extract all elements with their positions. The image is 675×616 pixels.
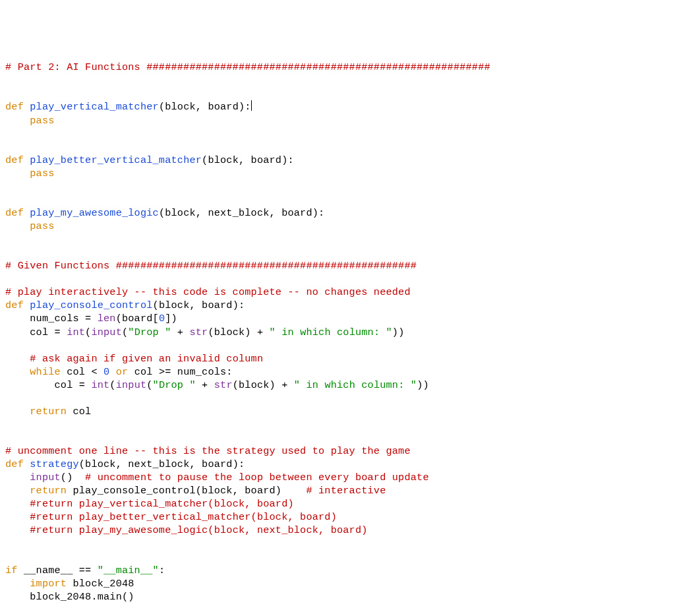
- code-text: )): [392, 326, 405, 338]
- code-text: play_console_control(block, board): [67, 485, 306, 497]
- keyword-return: return: [30, 485, 67, 497]
- params: (block, board):: [159, 101, 251, 113]
- code-text: block_2048.main(): [5, 591, 134, 603]
- code-text: +: [196, 379, 214, 391]
- comment-inline: # interactive: [306, 485, 386, 497]
- code-text: (: [146, 379, 152, 391]
- code-text: col =: [5, 326, 67, 338]
- code-text: col =: [5, 379, 91, 391]
- string-literal: "Drop ": [153, 379, 196, 391]
- code-text: (: [122, 326, 128, 338]
- code-text: num_cols =: [5, 313, 98, 324]
- keyword-if: if: [5, 565, 18, 576]
- code-text: )): [417, 379, 429, 391]
- func-name: play_my_awesome_logic: [30, 207, 159, 219]
- comment-return-opt3: #return play_my_awesome_logic(block, nex…: [30, 524, 367, 536]
- func-name: play_vertical_matcher: [30, 101, 159, 113]
- params: (block, next_block, board):: [159, 207, 324, 219]
- string-literal: "__main__": [98, 565, 159, 576]
- params: (block, board):: [202, 154, 294, 166]
- code-text: col >= num_cols:: [128, 366, 232, 378]
- builtin-int: int: [67, 326, 85, 338]
- comment-play-interactively: # play interactively -- this code is com…: [5, 286, 411, 298]
- comment-part2-header: # Part 2: AI Functions #################…: [5, 61, 490, 73]
- keyword-pass: pass: [30, 168, 54, 179]
- keyword-while: while: [30, 366, 61, 378]
- keyword-def: def: [5, 101, 24, 113]
- code-text: ]): [165, 313, 177, 324]
- text-cursor: [251, 100, 252, 111]
- func-name: play_console_control: [30, 299, 152, 311]
- comment-uncomment: # uncomment one line -- this is the stra…: [5, 445, 411, 457]
- builtin-input: input: [30, 472, 61, 483]
- code-text: (block) +: [208, 326, 269, 338]
- keyword-return: return: [30, 406, 67, 417]
- comment-inline: # uncomment to pause the loop between ev…: [85, 472, 429, 483]
- string-literal: " in which column: ": [294, 379, 417, 391]
- keyword-def: def: [5, 154, 24, 166]
- builtin-str: str: [214, 379, 233, 391]
- code-text: col <: [61, 366, 103, 378]
- code-editor[interactable]: # Part 2: AI Functions #################…: [5, 61, 670, 603]
- keyword-or: or: [116, 366, 129, 378]
- keyword-def: def: [5, 207, 24, 219]
- code-text: (): [61, 472, 85, 483]
- builtin-input: input: [91, 326, 122, 338]
- builtin-int: int: [91, 379, 109, 391]
- params: (block, board):: [153, 299, 245, 311]
- code-text: __name__ ==: [18, 565, 98, 576]
- keyword-def: def: [5, 458, 24, 470]
- comment-return-opt2: #return play_better_vertical_matcher(blo…: [30, 511, 337, 523]
- builtin-len: len: [98, 313, 116, 324]
- builtin-str: str: [189, 326, 208, 338]
- code-text: :: [159, 565, 165, 576]
- code-text: (board[: [116, 313, 159, 324]
- comment-given-header: # Given Functions ######################…: [5, 260, 417, 272]
- code-text: block_2048: [67, 578, 134, 590]
- func-name: play_better_vertical_matcher: [30, 154, 202, 166]
- func-name: strategy: [30, 458, 79, 470]
- keyword-pass: pass: [30, 115, 54, 127]
- keyword-import: import: [30, 578, 67, 590]
- code-text: [109, 366, 115, 378]
- code-text: col: [67, 406, 91, 417]
- string-literal: " in which column: ": [270, 326, 392, 338]
- comment-return-opt1: #return play_vertical_matcher(block, boa…: [30, 498, 294, 510]
- number-literal: 0: [103, 366, 109, 378]
- keyword-def: def: [5, 299, 24, 311]
- keyword-pass: pass: [30, 220, 54, 232]
- code-text: (: [109, 379, 115, 391]
- params: (block, next_block, board):: [79, 458, 245, 470]
- code-text: (block) +: [233, 379, 294, 391]
- string-literal: "Drop ": [128, 326, 171, 338]
- number-literal: 0: [159, 313, 165, 324]
- builtin-input: input: [116, 379, 147, 391]
- code-text: +: [171, 326, 190, 338]
- comment-ask-again: # ask again if given an invalid column: [30, 353, 263, 365]
